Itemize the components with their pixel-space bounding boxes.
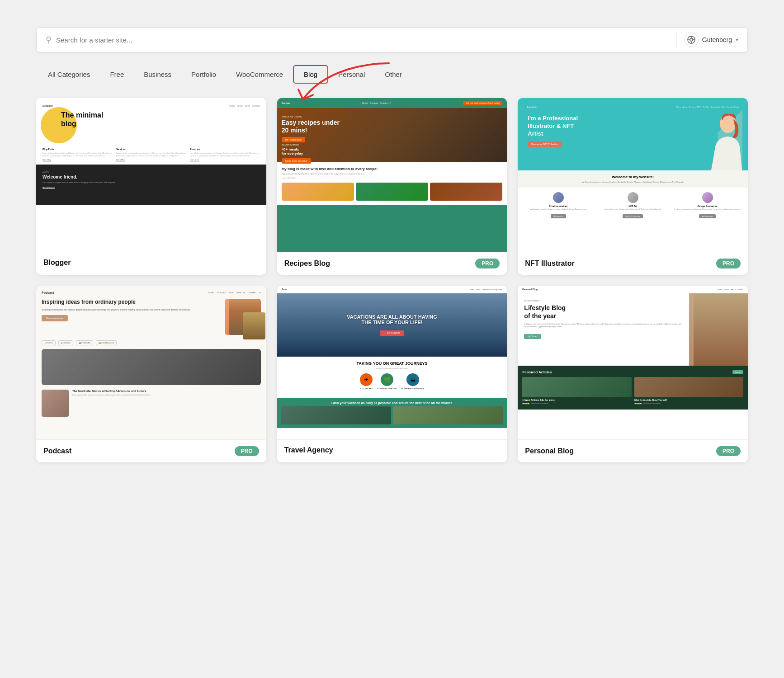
blogger-preview: Blogger Home About News Contact The mini…: [36, 98, 266, 252]
nft-title: NFT Illustrator: [525, 259, 574, 268]
podcast-hero: Inspiring ideas from ordinary people We …: [42, 299, 261, 335]
tab-free[interactable]: Free: [100, 66, 134, 83]
podcast-bottom-image: [42, 349, 261, 385]
personal-blog-footer: Personal Blog PRO: [518, 439, 748, 462]
tab-all-categories[interactable]: All Categories: [38, 66, 100, 83]
templates-grid: Blogger Home About News Contact The mini…: [36, 98, 748, 462]
template-card-recipes[interactable]: Recipes About · Recipes · Contact · H Ge…: [277, 98, 507, 275]
category-tabs: All Categories Free Business Portfolio W…: [36, 65, 748, 84]
recipes-hero-text: THIS IS AN ONLINE Easy recipes under20 m…: [282, 115, 340, 164]
search-bar: ⚲ Gutenberg ▾: [36, 27, 748, 52]
tab-blog[interactable]: Blog: [293, 65, 328, 84]
nft-footer: NFT Illustrator PRO: [518, 252, 748, 275]
nft-preview: Jane Austin Home · About · Services · NF…: [518, 98, 748, 252]
svg-point-1: [690, 38, 693, 41]
travel-content: TAKING YOU ON GREAT JOURNEYS Find your d…: [277, 357, 507, 398]
engine-selector[interactable]: Gutenberg ▾: [676, 33, 738, 47]
tab-business[interactable]: Business: [134, 66, 181, 83]
personal-blog-preview: Personal Blog Home · Stories · About · C…: [518, 286, 748, 439]
chevron-down-icon: ▾: [736, 37, 738, 43]
podcast-article: The Swell Life: Stories of Surfing Adven…: [42, 390, 261, 417]
nft-columns: Creative services My illustrations have …: [518, 188, 748, 223]
travel-bottom: Grab your vacation as early as possible …: [277, 398, 507, 428]
blogger-hero-text: The minimalblog: [61, 111, 103, 128]
blogger-columns: Blog Posts I am a fashion photographer a…: [43, 148, 260, 161]
nft-pro-badge: PRO: [716, 259, 741, 268]
podcast-pro-badge: PRO: [235, 446, 259, 456]
blogger-footer: Blogger: [36, 252, 266, 273]
tab-portfolio[interactable]: Portfolio: [181, 66, 226, 83]
tab-personal[interactable]: Personal: [328, 66, 375, 83]
tab-other[interactable]: Other: [375, 66, 412, 83]
search-input[interactable]: [56, 36, 676, 44]
engine-label: Gutenberg: [702, 36, 732, 43]
engine-logo: [684, 33, 699, 47]
blogger-title: Blogger: [43, 259, 71, 267]
blogger-bottom-section: AUSTIN Welcome friend. I am Joshua, a bl…: [36, 165, 266, 205]
travel-preview: Zele Team · About · Destinations · Blog …: [277, 286, 507, 439]
recipes-title: Recipes Blog: [284, 259, 330, 268]
blogger-nav: Blogger Home About News Contact: [43, 104, 260, 107]
recipes-nav: Recipes About · Recipes · Contact · H Ge…: [277, 98, 507, 108]
template-card-personal-blog[interactable]: Personal Blog Home · Stories · About · C…: [518, 286, 748, 462]
podcast-footer: Podcast PRO: [36, 439, 266, 462]
template-card-podcast[interactable]: NEW Podcast HOMEEPISODESSHOPARTICLESCONT…: [36, 286, 266, 462]
nft-welcome: Welcome to my website! My illustrations …: [518, 170, 748, 188]
travel-footer: Travel Agency: [277, 439, 507, 461]
travel-title: Travel Agency: [284, 446, 333, 454]
podcast-nav: Podcast HOMEEPISODESSHOPARTICLESCONTACTM: [42, 291, 261, 294]
personal-blog-pro-badge: PRO: [716, 446, 741, 456]
nft-hero: Jane Austin Home · About · Services · NF…: [518, 98, 748, 170]
podcast-platforms: ♫ ITUNES ▶ GOOGLE 🎧 PODBEAN 📻 SOUNDCLOUD: [42, 340, 261, 345]
recipes-pro-badge: PRO: [475, 259, 500, 268]
pb-hero-image: [689, 293, 748, 366]
podcast-title: Podcast: [43, 447, 71, 455]
podcast-preview: NEW Podcast HOMEEPISODESSHOPARTICLESCONT…: [36, 286, 266, 439]
search-icon: ⚲: [46, 35, 52, 45]
personal-blog-title: Personal Blog: [525, 447, 574, 455]
pb-featured: Featured Articles See all 13 Work At Hom…: [518, 366, 748, 410]
travel-hero: VACATIONS ARE ALL ABOUT HAVINGTHE TIME O…: [277, 293, 507, 357]
recipes-content: My blog is made with love and attention …: [277, 162, 507, 205]
tab-woocommerce[interactable]: WooCommerce: [226, 66, 293, 83]
template-card-blogger[interactable]: Blogger Home About News Contact The mini…: [36, 98, 266, 275]
pb-hero: By Jane Williams. Lifestyle Blogof the y…: [518, 293, 748, 366]
template-card-travel[interactable]: Zele Team · About · Destinations · Blog …: [277, 286, 507, 462]
recipes-footer: Recipes Blog PRO: [277, 252, 507, 275]
template-card-nft[interactable]: Jane Austin Home · About · Services · NF…: [518, 98, 748, 275]
recipes-preview: Recipes About · Recipes · Contact · H Ge…: [277, 98, 507, 252]
